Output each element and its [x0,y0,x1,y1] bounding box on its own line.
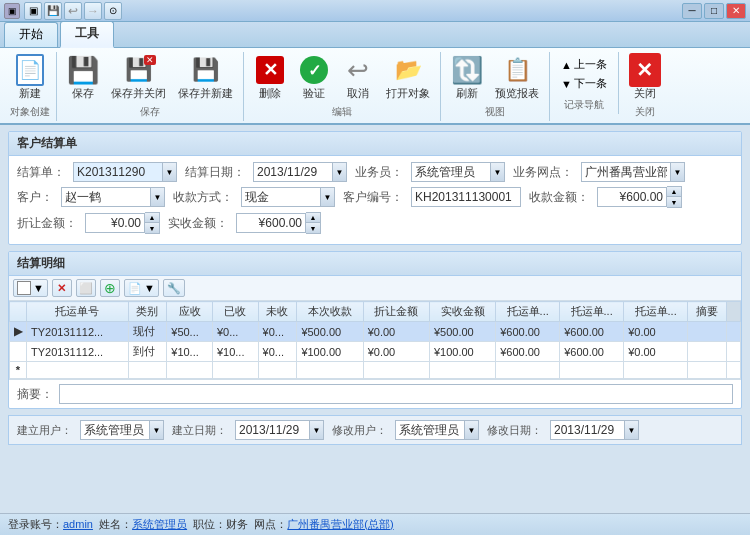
cell-pay-2: ¥100.00 [297,342,363,362]
modified-date-dropdown[interactable]: ▼ [625,420,639,440]
tab-start[interactable]: 开始 [4,22,58,47]
spin-down[interactable]: ▼ [667,197,681,207]
summary-input[interactable] [59,384,733,404]
actual-spin-down[interactable]: ▼ [306,223,320,233]
qa-btn-1[interactable]: ▣ [24,2,42,20]
pay-method-input[interactable] [241,187,321,207]
row-indicator-1: ▶ [10,322,27,342]
receive-amount-spin: ▲ ▼ [667,186,682,208]
col-remark[interactable]: 摘要 [688,302,727,322]
maximize-button[interactable]: □ [704,3,724,19]
created-by-input[interactable] [80,420,150,440]
user-name[interactable]: 系统管理员 [132,518,187,530]
open-button[interactable]: 📂 打开对象 [382,52,434,103]
close-button[interactable]: ✕ 关闭 [625,52,665,103]
checkbox-btn[interactable]: ▼ [13,279,48,297]
save-close-button[interactable]: 💾 ✕ 保存并关闭 [107,52,170,103]
next-button[interactable]: ▼ 下一条 [558,75,610,92]
col-actual[interactable]: 实收金额 [429,302,495,322]
created-date-dropdown[interactable]: ▼ [310,420,324,440]
summary-label: 摘要： [17,386,53,403]
settlement-no-input[interactable] [73,162,163,182]
grid-square-btn[interactable]: ⬜ [76,279,96,297]
grid-copy-btn[interactable]: 📄 ▼ [124,279,159,297]
discount-spin-down[interactable]: ▼ [145,223,159,233]
refresh-button[interactable]: 🔃 刷新 [447,52,487,103]
network[interactable]: 广州番禺营业部(总部) [287,518,393,530]
staff-dropdown[interactable]: ▼ [491,162,505,182]
cell-wb3-2: ¥0.00 [624,342,688,362]
new-button[interactable]: 📄 新建 [10,52,50,103]
qa-btn-4[interactable]: → [84,2,102,20]
pay-method-dropdown[interactable]: ▼ [321,187,335,207]
cancel-button[interactable]: ↩ 取消 [338,52,378,103]
discount-spin-up[interactable]: ▲ [145,213,159,223]
settlement-date-dropdown[interactable]: ▼ [333,162,347,182]
col-scrollbar-header [727,302,741,322]
cell-act-new [429,362,495,379]
group-view-buttons: 🔃 刷新 📋 预览报表 [447,52,543,103]
created-by-dropdown[interactable]: ▼ [150,420,164,440]
settlement-no-dropdown[interactable]: ▼ [163,162,177,182]
qa-btn-2[interactable]: 💾 [44,2,62,20]
customer-no-input[interactable] [411,187,521,207]
delete-button[interactable]: ✕ 删除 [250,52,290,103]
col-this-payment[interactable]: 本次收款 [297,302,363,322]
grid-table-scroll[interactable]: 托运单号 类别 应收 已收 未收 本次收款 折让金额 实收金额 托运单... 托… [9,301,741,379]
grid-tool-btn[interactable]: 🔧 [163,279,185,297]
modified-by-dropdown[interactable]: ▼ [465,420,479,440]
table-row[interactable]: ▶ TY20131112... 现付 ¥50... ¥0... ¥0... ¥5… [10,322,741,342]
staff-input[interactable] [411,162,491,182]
modified-date-input[interactable] [550,420,625,440]
actual-spin-up[interactable]: ▲ [306,213,320,223]
col-waybill-1[interactable]: 托运单... [496,302,560,322]
spin-up[interactable]: ▲ [667,187,681,197]
save-button[interactable]: 💾 保存 [63,52,103,103]
receive-amount-input[interactable] [597,187,667,207]
sales-point-input[interactable] [581,162,671,182]
close-window-button[interactable]: ✕ [726,3,746,19]
qa-btn-3[interactable]: ↩ [64,2,82,20]
settlement-date-input[interactable] [253,162,333,182]
cell-rmk-new [688,362,727,379]
checkbox-icon [17,281,31,295]
qa-btn-5[interactable]: ⊙ [104,2,122,20]
actual-amount-input[interactable] [236,213,306,233]
col-received[interactable]: 已收 [212,302,258,322]
table-row[interactable]: TY20131112... 到付 ¥10... ¥10... ¥0... ¥10… [10,342,741,362]
col-waybill-3[interactable]: 托运单... [624,302,688,322]
col-type[interactable]: 类别 [128,302,167,322]
verify-button[interactable]: ✓ 验证 [294,52,334,103]
app-icon[interactable]: ▣ [4,3,20,19]
table-new-row[interactable]: * [10,362,741,379]
col-outstanding[interactable]: 未收 [258,302,297,322]
preview-button[interactable]: 📋 预览报表 [491,52,543,103]
customer-wrap: ▼ [61,187,165,207]
modified-by-input[interactable] [395,420,465,440]
sales-point-wrap: ▼ [581,162,685,182]
save-new-button[interactable]: 💾 保存并新建 [174,52,237,103]
sales-point-dropdown[interactable]: ▼ [671,162,685,182]
discount-input[interactable] [85,213,145,233]
prev-button[interactable]: ▲ 上一条 [558,56,610,73]
created-date-input[interactable] [235,420,310,440]
customer-input[interactable] [61,187,151,207]
save-icon: 💾 [67,54,99,86]
group-create-buttons: 📄 新建 [10,52,50,103]
customer-dropdown[interactable]: ▼ [151,187,165,207]
grid-add-btn[interactable]: ⊕ [100,279,120,297]
col-waybill-no[interactable]: 托运单号 [27,302,129,322]
tab-tools[interactable]: 工具 [60,21,114,48]
table-header-row: 托运单号 类别 应收 已收 未收 本次收款 折让金额 实收金额 托运单... 托… [10,302,741,322]
grid-delete-btn[interactable]: ✕ [52,279,72,297]
col-waybill-2[interactable]: 托运单... [560,302,624,322]
minimize-button[interactable]: ─ [682,3,702,19]
created-by-wrap: ▼ [80,420,164,440]
staff-wrap: ▼ [411,162,505,182]
col-receivable[interactable]: 应收 [167,302,213,322]
pay-method-wrap: ▼ [241,187,335,207]
preview-label: 预览报表 [495,86,539,101]
col-discount[interactable]: 折让金额 [363,302,429,322]
settlement-no-label: 结算单： [17,164,65,181]
login-user[interactable]: admin [63,518,93,530]
